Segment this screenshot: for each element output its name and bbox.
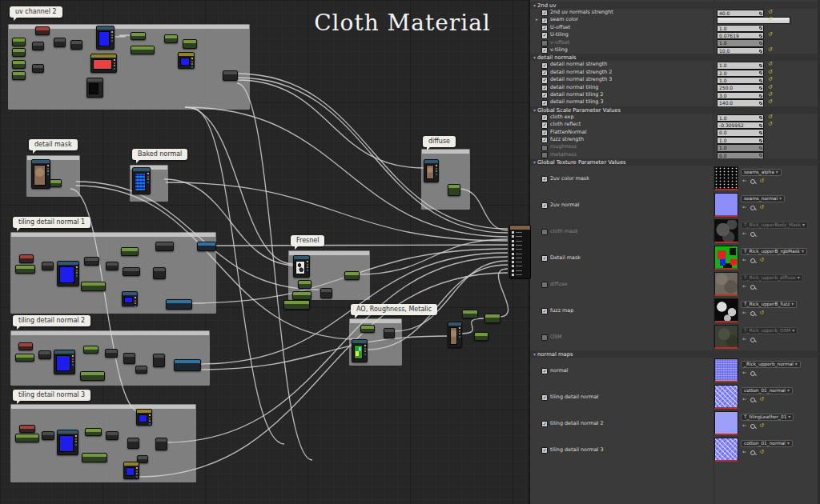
texture-thumbnail[interactable] (714, 219, 738, 243)
parameter-checkbox[interactable]: ✓ (541, 255, 548, 262)
node-graph-canvas[interactable]: Cloth Material uv channel 2detail maskBa… (0, 0, 529, 504)
material-input-pin[interactable] (512, 274, 514, 276)
material-node[interactable] (54, 38, 66, 47)
collapse-arrow-icon[interactable]: ▾ (533, 2, 536, 8)
material-input-pin[interactable] (512, 270, 514, 272)
material-node[interactable] (15, 434, 39, 442)
value-drag-icon[interactable] (759, 34, 762, 38)
section-header[interactable]: ▾detail normals (530, 54, 818, 61)
use-selected-icon[interactable]: ← (742, 423, 746, 429)
parameter-checkbox[interactable] (541, 152, 548, 158)
material-input-pin[interactable] (512, 261, 514, 263)
reset-to-default-icon[interactable]: ↺ (768, 76, 773, 83)
collapse-arrow-icon[interactable]: ▾ (533, 351, 536, 357)
parameter-checkbox[interactable]: ✓ (541, 202, 548, 209)
material-node[interactable] (90, 54, 117, 73)
material-node[interactable] (352, 339, 368, 362)
browse-icon[interactable] (750, 258, 755, 263)
material-node[interactable] (384, 328, 395, 338)
material-node[interactable] (19, 425, 35, 433)
parameter-checkbox[interactable]: ✓ (541, 122, 548, 128)
material-node[interactable] (474, 332, 488, 341)
reset-to-default-icon[interactable]: ↺ (759, 258, 764, 263)
material-node[interactable] (155, 242, 174, 251)
material-node[interactable] (131, 46, 155, 54)
parameter-checkbox[interactable]: ✓ (541, 368, 548, 374)
parameter-checkbox[interactable] (541, 40, 548, 46)
parameter-checkbox[interactable] (541, 229, 548, 235)
value-drag-icon[interactable] (759, 12, 762, 15)
texture-select[interactable]: T_Rick_upperb_diffuse▾ (741, 274, 803, 282)
material-node[interactable] (283, 300, 310, 310)
material-node[interactable] (19, 254, 34, 263)
value-drag-icon[interactable] (759, 94, 762, 98)
material-input-pin[interactable] (512, 265, 514, 267)
texture-select[interactable]: cotton_01_normal▾ (741, 440, 793, 447)
browse-icon[interactable] (750, 206, 755, 210)
material-input-pin[interactable] (512, 257, 514, 259)
value-drag-icon[interactable] (759, 124, 762, 127)
material-node[interactable] (131, 32, 146, 40)
material-node[interactable] (57, 261, 79, 286)
value-drag-icon[interactable] (759, 26, 762, 30)
parameter-checkbox[interactable] (541, 334, 548, 341)
texture-thumbnail[interactable] (714, 166, 738, 190)
reset-to-default-icon[interactable]: ↺ (768, 84, 773, 91)
section-header[interactable]: ▾Global Scale Parameter Values (530, 106, 818, 114)
use-selected-icon[interactable]: ← (742, 450, 746, 455)
browse-icon[interactable] (750, 371, 755, 376)
material-input-pin[interactable] (512, 253, 514, 255)
material-input-pin[interactable] (512, 235, 514, 238)
material-node[interactable] (298, 280, 312, 289)
browse-icon[interactable] (750, 311, 755, 316)
use-selected-icon[interactable]: ← (742, 178, 746, 184)
texture-thumbnail[interactable] (714, 385, 738, 409)
texture-thumbnail[interactable] (714, 358, 738, 382)
parameter-checkbox[interactable]: ✓ (541, 18, 548, 24)
material-node[interactable] (132, 167, 151, 194)
material-node[interactable] (448, 184, 460, 196)
material-node[interactable] (81, 282, 106, 291)
material-node[interactable] (166, 299, 192, 310)
reset-to-default-icon[interactable]: ↺ (759, 423, 764, 429)
material-input-pin[interactable] (512, 240, 514, 242)
material-node[interactable] (136, 409, 152, 426)
browse-icon[interactable] (750, 285, 755, 290)
material-node[interactable] (153, 267, 166, 279)
material-node[interactable] (153, 354, 165, 367)
reset-to-default-icon[interactable]: ↺ (759, 205, 764, 210)
material-output-node[interactable] (509, 225, 531, 279)
material-node[interactable] (80, 371, 105, 381)
browse-icon[interactable] (750, 398, 755, 402)
material-node[interactable] (106, 431, 119, 440)
reset-to-default-icon[interactable]: ↺ (759, 178, 764, 184)
texture-thumbnail[interactable] (714, 438, 738, 462)
material-node[interactable] (197, 242, 216, 251)
material-node[interactable] (183, 39, 197, 49)
texture-select[interactable]: seams_alpha▾ (741, 169, 782, 176)
material-node[interactable] (50, 179, 62, 187)
reset-to-default-icon[interactable]: ↺ (768, 46, 773, 54)
reset-to-default-icon[interactable]: ↺ (759, 450, 764, 455)
texture-select[interactable]: seams_normal▾ (741, 195, 785, 202)
value-drag-icon[interactable] (759, 79, 762, 82)
material-node[interactable] (127, 438, 139, 449)
material-node[interactable] (484, 314, 500, 323)
material-node[interactable] (123, 267, 140, 276)
texture-select[interactable]: cotton_01_normal▾ (741, 387, 793, 394)
reset-to-default-icon[interactable]: ↺ (759, 310, 764, 316)
texture-thumbnail[interactable] (714, 272, 738, 296)
texture-thumbnail[interactable] (714, 298, 738, 322)
value-drag-icon[interactable] (759, 86, 762, 90)
reset-to-default-icon[interactable]: ↺ (768, 114, 773, 121)
parameter-checkbox[interactable]: ✓ (541, 176, 548, 182)
texture-select[interactable]: T_tilingLeather_01▾ (741, 414, 794, 421)
reset-to-default-icon[interactable]: ↺ (768, 91, 773, 98)
section-header[interactable]: ▾normal maps (530, 350, 818, 358)
parameter-checkbox[interactable]: ✓ (541, 114, 548, 121)
material-node[interactable] (164, 34, 178, 43)
material-node[interactable] (38, 350, 51, 359)
material-node[interactable] (424, 159, 439, 182)
material-node[interactable] (32, 64, 44, 73)
section-header[interactable]: ▾2nd uv (530, 2, 818, 9)
